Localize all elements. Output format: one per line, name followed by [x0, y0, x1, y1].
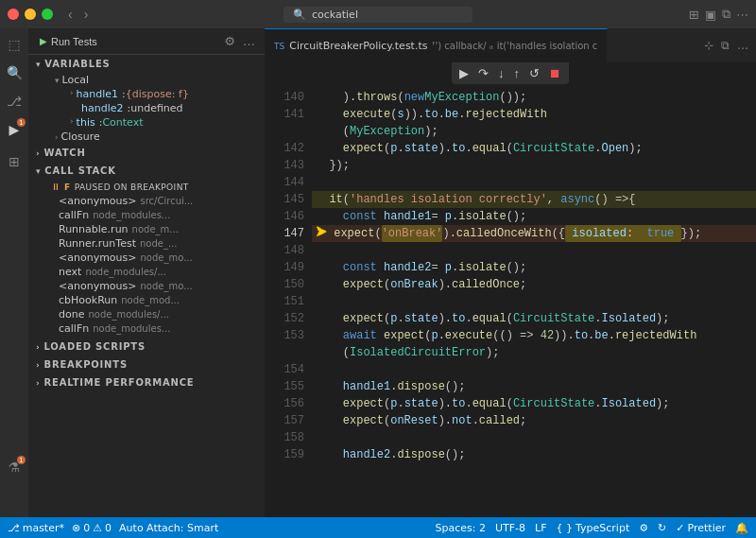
var-handle1[interactable]: › handle1 : {dispose: f}	[28, 87, 265, 101]
code-line-157: expect(onReset).not.called;	[312, 412, 756, 429]
call-stack-item-8[interactable]: done node_modules/...	[28, 307, 265, 321]
more-icon[interactable]: …	[241, 32, 257, 50]
code-line-155: handle1.dispose();	[312, 378, 756, 395]
var-handle2-value: undefined	[130, 102, 182, 114]
call-stack-item-6[interactable]: <anonymous> node_mo...	[28, 279, 265, 293]
breakpoints-header[interactable]: › BREAKPOINTS	[28, 356, 265, 373]
local-group[interactable]: ▾ Local	[28, 73, 265, 87]
prettier-item[interactable]: ⚙	[639, 522, 648, 534]
line-num-141: 141	[265, 106, 304, 123]
minimize-button[interactable]	[25, 9, 36, 20]
spaces-item[interactable]: Spaces: 2	[436, 522, 486, 534]
variables-section-header[interactable]: ▾ VARIABLES	[28, 55, 265, 73]
code-line-146: const handle1 = p.isolate();	[312, 208, 756, 225]
bell-item[interactable]: 🔔	[735, 522, 748, 534]
call-stack-item-9[interactable]: callFn node_modules...	[28, 321, 265, 336]
code-line-153: await expect(p.execute(() => 42)).to.be.…	[312, 327, 756, 344]
status-left: ⎇ master* ⊗ 0 ⚠ 0 Auto Attach: Smart	[8, 522, 218, 534]
local-label: Local	[62, 74, 90, 86]
call-stack-item-3[interactable]: Runner.runTest node_...	[28, 236, 265, 251]
tab-actions: ⊹ ⧉ …	[702, 28, 756, 62]
breakpoints-label: BREAKPOINTS	[44, 359, 128, 370]
call-stack-item-1[interactable]: callFn node_modules...	[28, 208, 265, 222]
line-num-151: 151	[265, 293, 304, 310]
language-item[interactable]: { } TypeScript	[557, 522, 630, 534]
call-stack-chevron: ▾	[36, 166, 41, 176]
navigation-buttons: ‹ ›	[64, 5, 92, 24]
paused-indicator: ⏸ F PAUSED ON BREAKPOINT	[28, 180, 265, 194]
var-handle2[interactable]: handle2 : undefined	[28, 101, 265, 115]
call-stack-item-4[interactable]: <anonymous> node_mo...	[28, 251, 265, 265]
code-line-159: handle2.dispose();	[312, 446, 756, 463]
stop-button[interactable]: ⏹	[547, 64, 563, 82]
call-stack-item-5[interactable]: next node_modules/...	[28, 265, 265, 279]
error-count: 0	[83, 522, 90, 534]
attach-item[interactable]: Auto Attach: Smart	[119, 522, 218, 534]
code-editor[interactable]: ▶ ↷ ↓ ↑ ↺ ⏹ 140 141 142 143 144 145 146 …	[265, 62, 756, 517]
call-stack-item-7[interactable]: cbHookRun node_mod...	[28, 293, 265, 307]
sync-item[interactable]: ↻	[658, 522, 666, 534]
pause-icon: ⏸	[51, 182, 60, 192]
line-num-149: 149	[265, 259, 304, 276]
line-num-158: 158	[265, 429, 304, 446]
loaded-scripts-header[interactable]: › LOADED SCRIPTS	[28, 338, 265, 356]
bell-icon: 🔔	[735, 522, 748, 534]
more-actions-icon[interactable]: …	[735, 37, 750, 54]
loaded-scripts-chevron: ›	[36, 342, 41, 352]
var-handle1-value: {dispose: f}	[126, 88, 189, 100]
maximize-button[interactable]	[42, 9, 53, 20]
testing-icon[interactable]: ⚗ 1	[2, 455, 26, 479]
split-editor-icon[interactable]: ⧉	[719, 37, 731, 54]
back-button[interactable]: ‹	[64, 5, 77, 24]
code-line-149: const handle2 = p.isolate();	[312, 259, 756, 276]
encoding-item[interactable]: UTF-8	[495, 522, 525, 534]
title-bar: ‹ › 🔍 cockatiel ⊞ ▣ ⧉ ⋯	[0, 0, 756, 28]
layout-icon[interactable]: ⊞	[689, 8, 699, 22]
run-tests-button[interactable]: ▶ Run Tests	[36, 34, 101, 49]
var-handle1-name: handle1	[77, 88, 119, 100]
line-num-147: 147	[265, 225, 304, 242]
extensions-icon[interactable]: ⊞	[2, 149, 26, 174]
language-label: TypeScript	[576, 522, 629, 534]
explorer-icon[interactable]: ⬚	[2, 32, 26, 57]
search-bar[interactable]: 🔍 cockatiel	[284, 7, 472, 23]
call-stack-item-2[interactable]: Runnable.run node_m...	[28, 222, 265, 236]
spaces-label: Spaces: 2	[436, 522, 486, 534]
split-icon[interactable]: ⧉	[722, 7, 730, 22]
watch-section-header[interactable]: › Watch	[28, 144, 265, 162]
var-this[interactable]: › this : Context	[28, 115, 265, 130]
realtime-chevron: ›	[36, 378, 41, 388]
loaded-scripts-label: LOADED SCRIPTS	[44, 341, 146, 352]
settings-icon[interactable]: ⚙	[222, 32, 237, 50]
step-into-button[interactable]: ↓	[496, 64, 507, 82]
layout2-icon[interactable]: ▣	[705, 8, 716, 22]
close-button[interactable]	[8, 9, 19, 20]
code-line-cont2: (IsolatedCircuitError);	[312, 344, 756, 361]
tab-filename: CircuitBreakerPolicy.test.ts	[289, 40, 427, 52]
search-icon[interactable]: 🔍	[2, 61, 26, 85]
pin-icon[interactable]: ⊹	[702, 37, 715, 54]
dots-icon[interactable]: ⋯	[736, 8, 748, 22]
code-line-143: });	[312, 157, 756, 174]
line-num-156: 156	[265, 395, 304, 412]
step-over-button[interactable]: ↷	[476, 64, 490, 82]
debug-icon[interactable]: ▶ 1	[2, 117, 26, 142]
errors-item[interactable]: ⊗ 0 ⚠ 0	[72, 522, 112, 534]
call-stack-label: CALL STACK	[44, 165, 115, 176]
realtime-header[interactable]: › REALTIME PERFORMANCE	[28, 373, 265, 391]
closure-group[interactable]: › Closure	[28, 130, 265, 144]
step-out-button[interactable]: ↑	[512, 64, 523, 82]
call-stack-item-0[interactable]: <anonymous> src/Circui...	[28, 194, 265, 208]
source-control-icon[interactable]: ⎇	[2, 89, 26, 113]
forward-button[interactable]: ›	[80, 5, 93, 24]
restart-button[interactable]: ↺	[527, 64, 541, 82]
prettier-label-item[interactable]: ✓ Prettier	[676, 522, 726, 534]
code-line-151	[312, 293, 756, 310]
debug-toolbar: ▶ Run Tests ⚙ …	[28, 28, 265, 55]
editor-tab[interactable]: TS CircuitBreakerPolicy.test.ts ᶠ') call…	[265, 28, 608, 62]
eol-item[interactable]: LF	[535, 522, 546, 534]
call-stack-section-header[interactable]: ▾ CALL STACK	[28, 162, 265, 180]
line-num-155: 155	[265, 378, 304, 395]
branch-item[interactable]: ⎇ master*	[8, 522, 64, 534]
continue-button[interactable]: ▶	[457, 64, 471, 82]
